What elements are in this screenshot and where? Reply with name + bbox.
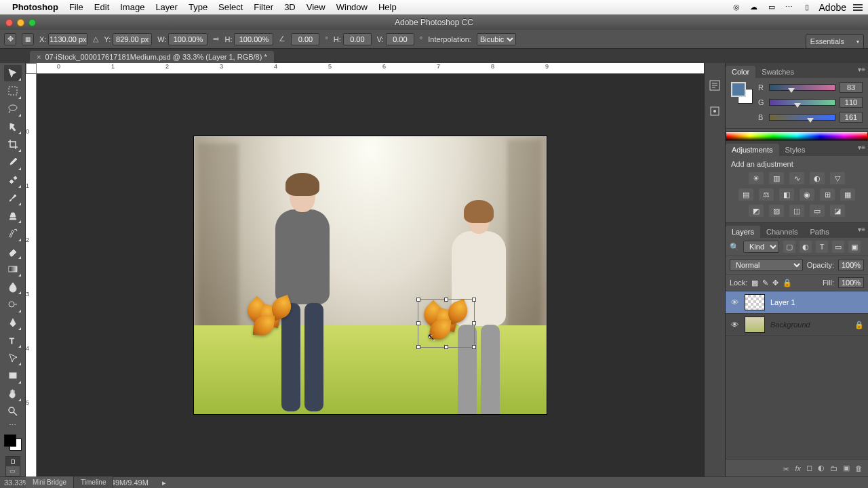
w-input[interactable] — [168, 33, 208, 45]
path-select-tool[interactable] — [4, 350, 22, 366]
vertical-ruler[interactable]: 0 1 2 3 4 5 — [26, 74, 37, 476]
menu-select[interactable]: Select — [218, 2, 243, 12]
screen-mode-icon[interactable]: ▭ — [6, 466, 20, 476]
dodge-tool[interactable] — [4, 296, 22, 312]
document-canvas[interactable]: ↖ — [194, 136, 547, 414]
menu-layer[interactable]: Layer — [155, 2, 178, 12]
layer-row[interactable]: 👁 Layer 1 — [726, 291, 868, 314]
transform-handle[interactable] — [416, 298, 420, 302]
brightness-contrast-icon[interactable]: ☀ — [749, 172, 764, 184]
menu-type[interactable]: Type — [189, 2, 208, 12]
menu-filter[interactable]: Filter — [254, 2, 273, 12]
crop-tool[interactable] — [4, 136, 22, 152]
y-input[interactable] — [113, 33, 152, 45]
filter-adjust-icon[interactable]: ◐ — [800, 241, 812, 253]
transform-handle[interactable] — [444, 298, 448, 302]
history-panel-icon[interactable] — [707, 78, 722, 93]
color-spectrum[interactable] — [726, 131, 868, 141]
new-adjustment-layer-icon[interactable]: ◐ — [818, 464, 825, 472]
hamburger-icon[interactable] — [853, 4, 863, 11]
gradient-tool[interactable] — [4, 261, 22, 277]
minimize-window-button[interactable] — [17, 19, 24, 26]
new-group-icon[interactable]: 🗀 — [830, 464, 837, 472]
transform-handle[interactable] — [416, 321, 420, 325]
status-flyout-icon[interactable]: ▸ — [162, 479, 166, 487]
layer-filter-kind[interactable]: Kind — [743, 241, 779, 253]
filter-pixel-icon[interactable]: ▢ — [783, 241, 795, 253]
invert-icon[interactable]: ◩ — [749, 205, 764, 217]
transform-tool-icon[interactable]: ✥ — [4, 33, 16, 45]
layer-thumbnail[interactable] — [745, 294, 765, 310]
tab-channels[interactable]: Channels — [760, 226, 804, 238]
move-tool[interactable] — [4, 65, 22, 81]
new-layer-icon[interactable]: ▣ — [843, 464, 850, 472]
menu-window[interactable]: Window — [336, 2, 368, 12]
panel-menu-icon[interactable]: ▾≡ — [858, 226, 865, 233]
delete-layer-icon[interactable]: 🗑 — [855, 464, 863, 472]
close-tab-icon[interactable]: × — [37, 53, 41, 61]
quickmask-toggle[interactable]: ▭ — [5, 456, 20, 476]
gradient-map-icon[interactable]: ▭ — [810, 205, 825, 217]
quick-select-tool[interactable] — [4, 119, 22, 135]
workspace-switcher[interactable]: Essentials ▾ — [806, 34, 864, 49]
edit-toolbar-icon[interactable]: ⋯ — [4, 421, 22, 430]
tab-swatches[interactable]: Swatches — [755, 66, 800, 78]
menu-view[interactable]: View — [307, 2, 326, 12]
tab-styles[interactable]: Styles — [779, 144, 812, 156]
filter-shape-icon[interactable]: ▭ — [832, 241, 844, 253]
lock-all-icon[interactable]: 🔒 — [783, 279, 792, 287]
hskew-input[interactable] — [343, 33, 372, 45]
menu-image[interactable]: Image — [120, 2, 144, 12]
r-slider[interactable] — [769, 84, 835, 91]
zoom-tool[interactable] — [4, 403, 22, 420]
h-input[interactable] — [234, 33, 273, 45]
panel-menu-icon[interactable]: ▾≡ — [858, 66, 865, 73]
x-input[interactable] — [48, 33, 87, 45]
visibility-toggle-icon[interactable]: 👁 — [730, 321, 739, 329]
g-value[interactable] — [840, 97, 863, 108]
tab-adjustments[interactable]: Adjustments — [726, 144, 779, 156]
selective-color-icon[interactable]: ◪ — [830, 205, 845, 217]
layer-row[interactable]: 👁 Background 🔒 — [726, 314, 868, 336]
arrange-icon[interactable]: ▯ — [802, 2, 812, 13]
hand-tool[interactable] — [4, 386, 22, 402]
vibrance-icon[interactable]: ▽ — [830, 172, 845, 184]
blend-mode-select[interactable]: Normal — [730, 259, 803, 271]
interpolation-select[interactable]: Bicubic — [477, 33, 516, 45]
menu-edit[interactable]: Edit — [94, 2, 109, 12]
curves-icon[interactable]: ∿ — [789, 172, 804, 184]
lasso-tool[interactable] — [4, 101, 22, 117]
reference-point-grid-icon[interactable]: ▦ — [22, 33, 34, 45]
lock-position-icon[interactable]: ✥ — [772, 279, 778, 287]
behance-icon[interactable]: ▭ — [766, 2, 777, 13]
horizontal-ruler[interactable]: 0 1 2 3 4 5 6 7 8 9 — [37, 63, 704, 74]
app-menu[interactable]: Photoshop — [12, 2, 58, 12]
rectangle-shape-tool[interactable] — [4, 367, 22, 384]
layer-thumbnail[interactable] — [745, 317, 765, 333]
b-slider[interactable] — [769, 114, 835, 121]
g-slider[interactable] — [769, 99, 835, 106]
healing-brush-tool[interactable] — [4, 172, 22, 188]
brush-tool[interactable] — [4, 190, 22, 206]
document-tab[interactable]: × 07-iStock_000017617181Medium.psd @ 33.… — [30, 51, 274, 63]
close-window-button[interactable] — [5, 19, 13, 26]
channel-mixer-icon[interactable]: ⊞ — [820, 188, 835, 201]
visibility-toggle-icon[interactable]: 👁 — [730, 298, 739, 306]
transform-handle[interactable] — [416, 345, 420, 349]
menu-3d[interactable]: 3D — [284, 2, 296, 12]
filter-type-icon[interactable]: T — [816, 241, 828, 253]
rect-marquee-tool[interactable] — [4, 83, 22, 99]
pen-tool[interactable] — [4, 314, 22, 331]
standard-mode-icon[interactable] — [6, 457, 20, 466]
swap-xy-icon[interactable]: △ — [93, 35, 98, 43]
transform-handle[interactable] — [444, 345, 448, 349]
cloud-icon[interactable]: ☁ — [749, 2, 760, 13]
eraser-tool[interactable] — [4, 243, 22, 260]
angle-input[interactable] — [291, 33, 319, 45]
clone-stamp-tool[interactable] — [4, 207, 22, 224]
tab-mini-bridge[interactable]: Mini Bridge — [26, 476, 74, 488]
properties-panel-icon[interactable] — [707, 104, 722, 119]
hue-sat-icon[interactable]: ▤ — [738, 188, 753, 201]
transform-handle[interactable] — [472, 298, 476, 302]
b-value[interactable] — [840, 112, 863, 123]
